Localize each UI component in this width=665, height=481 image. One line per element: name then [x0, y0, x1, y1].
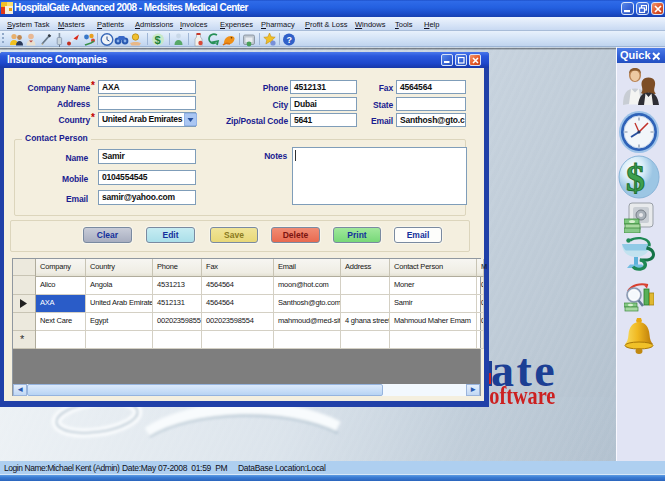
svg-text:$: $	[155, 34, 161, 46]
svg-text:?: ?	[287, 35, 293, 45]
svg-text:$: $	[626, 157, 645, 199]
